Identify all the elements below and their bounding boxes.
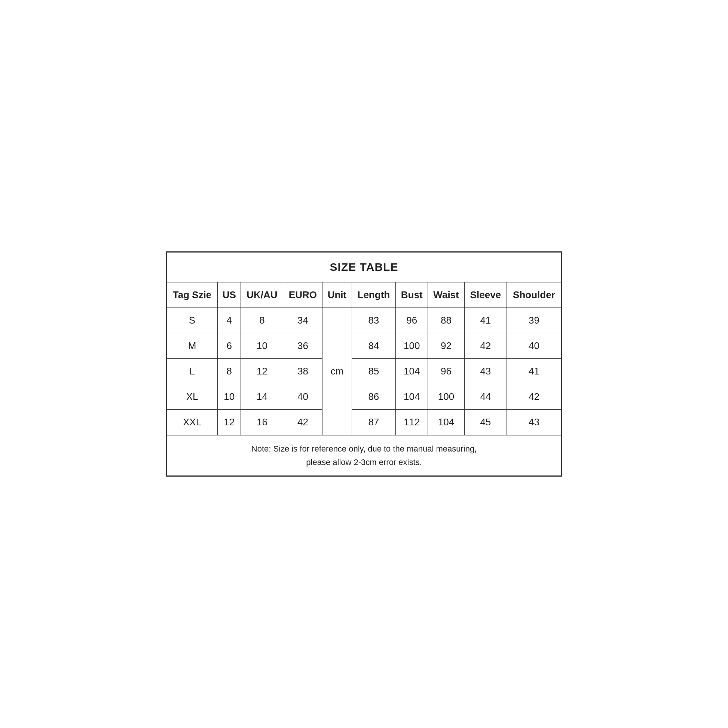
cell-tag: XL — [167, 384, 218, 410]
cell-shoulder: 39 — [506, 308, 561, 333]
cell-sleeve: 41 — [464, 308, 506, 333]
cell-length: 87 — [352, 410, 396, 436]
cell-shoulder: 41 — [506, 359, 561, 384]
cell-bust: 104 — [396, 359, 428, 384]
table-row: XXL121642871121044543 — [167, 410, 561, 436]
cell-euro: 34 — [283, 308, 323, 333]
cell-waist: 88 — [428, 308, 465, 333]
table-body: S4834cm8396884139M6103684100924240L81238… — [167, 308, 561, 476]
cell-bust: 112 — [396, 410, 428, 436]
cell-us: 4 — [218, 308, 241, 333]
cell-ukau: 14 — [241, 384, 283, 410]
size-table: SIZE TABLE Tag Szie US UK/AU EURO Unit L… — [167, 252, 561, 476]
cell-shoulder: 43 — [506, 410, 561, 436]
header-unit: Unit — [323, 282, 352, 308]
cell-tag: L — [167, 359, 218, 384]
cell-waist: 92 — [428, 333, 465, 359]
cell-euro: 36 — [283, 333, 323, 359]
cell-us: 12 — [218, 410, 241, 436]
cell-us: 6 — [218, 333, 241, 359]
cell-tag: XXL — [167, 410, 218, 436]
cell-bust: 96 — [396, 308, 428, 333]
cell-waist: 96 — [428, 359, 465, 384]
cell-ukau: 16 — [241, 410, 283, 436]
page-wrapper: SIZE TABLE Tag Szie US UK/AU EURO Unit L… — [0, 0, 728, 728]
cell-sleeve: 44 — [464, 384, 506, 410]
cell-sleeve: 43 — [464, 359, 506, 384]
cell-length: 84 — [352, 333, 396, 359]
note-cell: Note: Size is for reference only, due to… — [167, 435, 561, 476]
header-us: US — [218, 282, 241, 308]
cell-bust: 104 — [396, 384, 428, 410]
cell-waist: 104 — [428, 410, 465, 436]
cell-us: 10 — [218, 384, 241, 410]
cell-sleeve: 42 — [464, 333, 506, 359]
header-row: Tag Szie US UK/AU EURO Unit Length Bust … — [167, 282, 561, 308]
table-row: XL101440861041004442 — [167, 384, 561, 410]
header-ukau: UK/AU — [241, 282, 283, 308]
cell-shoulder: 42 — [506, 384, 561, 410]
header-tag-size: Tag Szie — [167, 282, 218, 308]
cell-bust: 100 — [396, 333, 428, 359]
cell-length: 86 — [352, 384, 396, 410]
cell-sleeve: 45 — [464, 410, 506, 436]
header-shoulder: Shoulder — [506, 282, 561, 308]
table-row: M6103684100924240 — [167, 333, 561, 359]
cell-length: 85 — [352, 359, 396, 384]
cell-us: 8 — [218, 359, 241, 384]
cell-ukau: 12 — [241, 359, 283, 384]
cell-ukau: 10 — [241, 333, 283, 359]
header-length: Length — [352, 282, 396, 308]
note-row: Note: Size is for reference only, due to… — [167, 435, 561, 476]
header-euro: EURO — [283, 282, 323, 308]
cell-unit: cm — [323, 308, 352, 436]
cell-waist: 100 — [428, 384, 465, 410]
cell-ukau: 8 — [241, 308, 283, 333]
cell-shoulder: 40 — [506, 333, 561, 359]
cell-tag: S — [167, 308, 218, 333]
header-waist: Waist — [428, 282, 465, 308]
cell-length: 83 — [352, 308, 396, 333]
cell-euro: 42 — [283, 410, 323, 436]
header-bust: Bust — [396, 282, 428, 308]
header-sleeve: Sleeve — [464, 282, 506, 308]
title-row: SIZE TABLE — [167, 252, 561, 283]
cell-euro: 40 — [283, 384, 323, 410]
size-table-container: SIZE TABLE Tag Szie US UK/AU EURO Unit L… — [166, 251, 562, 476]
table-row: S4834cm8396884139 — [167, 308, 561, 333]
cell-tag: M — [167, 333, 218, 359]
table-title: SIZE TABLE — [167, 252, 561, 283]
table-row: L8123885104964341 — [167, 359, 561, 384]
cell-euro: 38 — [283, 359, 323, 384]
